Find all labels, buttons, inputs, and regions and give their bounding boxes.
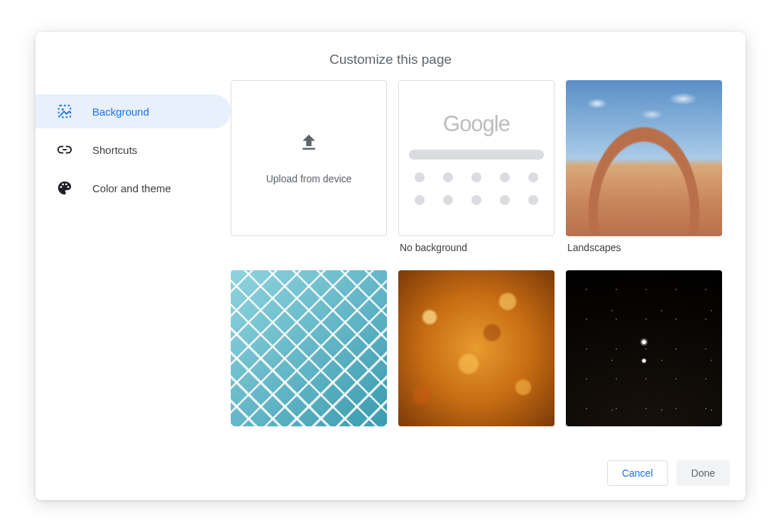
tile-thumbnail-life (398, 270, 555, 426)
tile-label: Landscapes (566, 236, 722, 259)
upload-label: Upload from device (266, 173, 352, 184)
sidebar-item-label: Shortcuts (92, 144, 137, 156)
customize-dialog: Customize this page Background (36, 32, 746, 500)
tile-box: Google (398, 80, 555, 236)
upload-icon (298, 132, 320, 156)
google-logo-placeholder: Google (443, 111, 510, 137)
background-grid: Upload from device Google No background (231, 80, 746, 446)
tile-label (398, 426, 555, 446)
tile-no-background[interactable]: Google No background (398, 80, 555, 259)
tile-earth[interactable] (566, 270, 722, 446)
tile-upload-from-device[interactable]: Upload from device (231, 80, 387, 259)
dialog-body: Background Shortcuts C (36, 80, 746, 450)
cancel-button[interactable]: Cancel (607, 460, 668, 486)
tile-landscapes[interactable]: Landscapes (566, 80, 722, 259)
tile-box: Upload from device (231, 80, 387, 236)
palette-icon (57, 180, 72, 196)
dialog-header: Customize this page (36, 32, 746, 80)
tile-label (566, 426, 722, 446)
sidebar: Background Shortcuts C (36, 80, 231, 450)
content-scroll-area[interactable]: Upload from device Google No background (231, 80, 746, 450)
sidebar-item-label: Color and theme (92, 182, 171, 194)
tile-thumbnail-earth (566, 270, 722, 426)
dialog-footer: Cancel Done (36, 450, 746, 500)
sidebar-item-color-theme[interactable]: Color and theme (36, 171, 231, 205)
tile-thumbnail-landscapes (566, 80, 722, 236)
tile-label (231, 236, 387, 256)
sidebar-item-shortcuts[interactable]: Shortcuts (36, 133, 231, 167)
tile-life[interactable] (398, 270, 555, 446)
image-icon (57, 104, 72, 119)
link-icon (57, 142, 72, 157)
tile-label: No background (398, 236, 555, 259)
dialog-title: Customize this page (36, 52, 746, 67)
sidebar-item-background[interactable]: Background (36, 94, 231, 128)
done-button[interactable]: Done (677, 460, 730, 486)
sidebar-item-label: Background (92, 106, 149, 118)
search-bar-placeholder (409, 150, 544, 160)
tile-label (231, 426, 387, 446)
tile-textures[interactable] (231, 270, 387, 446)
svg-point-1 (62, 109, 64, 111)
shortcuts-placeholder (415, 172, 538, 205)
tile-thumbnail-textures (231, 270, 387, 426)
